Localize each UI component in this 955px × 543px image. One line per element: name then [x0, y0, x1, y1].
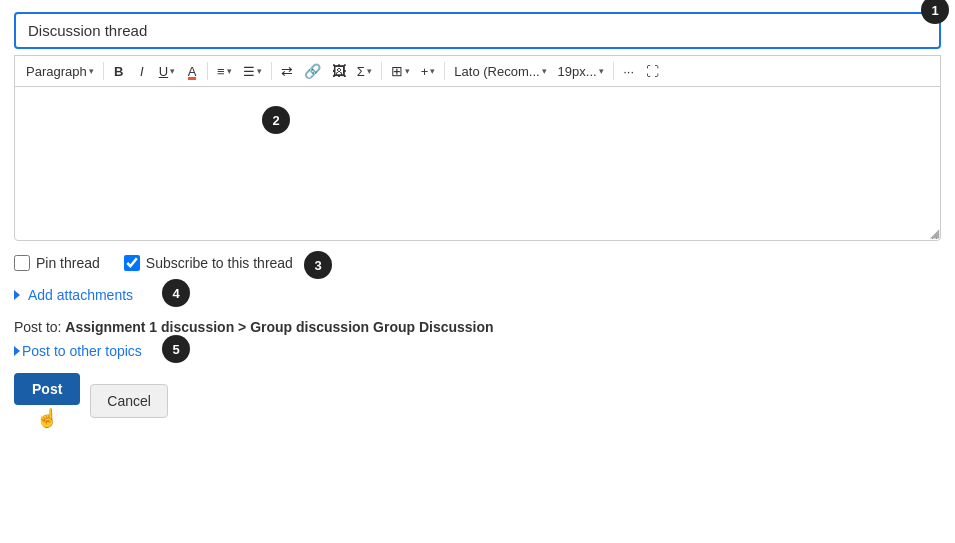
step-5-badge: 5 [162, 335, 190, 363]
list-chevron-icon: ▾ [257, 66, 262, 76]
toolbar-sep-6 [613, 62, 614, 80]
paragraph-chevron-icon: ▾ [89, 66, 94, 76]
text-color-button[interactable]: A [181, 61, 203, 82]
form-buttons: Post ☝ Cancel [14, 373, 941, 429]
underline-button[interactable]: U ▾ [154, 61, 180, 82]
align-chevron-icon: ▾ [227, 66, 232, 76]
subscribe-thread-checkbox[interactable] [124, 255, 140, 271]
italic-button[interactable]: I [131, 61, 153, 82]
formula-chevron-icon: ▾ [367, 66, 372, 76]
post-button[interactable]: Post [14, 373, 80, 405]
editor-body[interactable] [14, 86, 941, 241]
toolbar-sep-1 [103, 62, 104, 80]
font-family-dropdown[interactable]: Lato (Recom... ▾ [449, 61, 551, 82]
toolbar-sep-2 [207, 62, 208, 80]
post-to-other-topics-link[interactable]: Post to other topics [22, 343, 142, 359]
size-chevron-icon: ▾ [599, 66, 604, 76]
toolbar-sep-3 [271, 62, 272, 80]
toolbar-sep-5 [444, 62, 445, 80]
cancel-button[interactable]: Cancel [90, 384, 168, 418]
step-4-badge: 4 [162, 279, 190, 307]
code-button[interactable]: ⇄ [276, 60, 298, 82]
toolbar-sep-4 [381, 62, 382, 80]
font-chevron-icon: ▾ [542, 66, 547, 76]
options-section: Pin thread Subscribe to this thread 3 [14, 255, 941, 271]
discussion-title-input[interactable] [14, 12, 941, 49]
attachments-section: Add attachments 4 [14, 287, 941, 303]
formula-button[interactable]: Σ ▾ [352, 61, 377, 82]
editor-toolbar: Paragraph ▾ B I U ▾ A ≡ ▾ [14, 55, 941, 86]
table-button[interactable]: ⊞ ▾ [386, 60, 415, 82]
table-chevron-icon: ▾ [405, 66, 410, 76]
add-attachments-link[interactable]: Add attachments [28, 287, 133, 303]
other-topics-expand-icon [14, 346, 20, 356]
pin-thread-label[interactable]: Pin thread [14, 255, 100, 271]
list-button[interactable]: ☰ ▾ [238, 61, 267, 82]
align-button[interactable]: ≡ ▾ [212, 61, 237, 82]
post-to-location: Assignment 1 discussion > Group discussi… [65, 319, 493, 335]
fullscreen-button[interactable]: ⛶ [641, 61, 664, 82]
other-topics-section: Post to other topics 5 [14, 343, 941, 359]
post-to-section: Post to: Assignment 1 discussion > Group… [14, 319, 941, 335]
resize-handle[interactable]: ◢ [930, 227, 939, 239]
insert-button[interactable]: + ▾ [416, 61, 441, 82]
step-3-badge: 3 [304, 251, 332, 279]
title-row: 1 [14, 12, 941, 55]
attachments-expand-icon [14, 290, 20, 300]
font-size-dropdown[interactable]: 19px... ▾ [553, 61, 609, 82]
pin-thread-checkbox[interactable] [14, 255, 30, 271]
more-options-button[interactable]: ··· [618, 61, 640, 82]
image-button[interactable]: 🖼 [327, 60, 351, 82]
insert-chevron-icon: ▾ [430, 66, 435, 76]
paragraph-dropdown[interactable]: Paragraph ▾ [21, 61, 99, 82]
subscribe-thread-label[interactable]: Subscribe to this thread [124, 255, 293, 271]
underline-chevron-icon: ▾ [170, 66, 175, 76]
editor-section: Paragraph ▾ B I U ▾ A ≡ ▾ [14, 55, 941, 241]
editor-container: ◢ 2 [14, 86, 941, 241]
cursor-hand-icon: ☝ [36, 407, 58, 429]
link-button[interactable]: 🔗 [299, 60, 326, 82]
bold-button[interactable]: B [108, 61, 130, 82]
